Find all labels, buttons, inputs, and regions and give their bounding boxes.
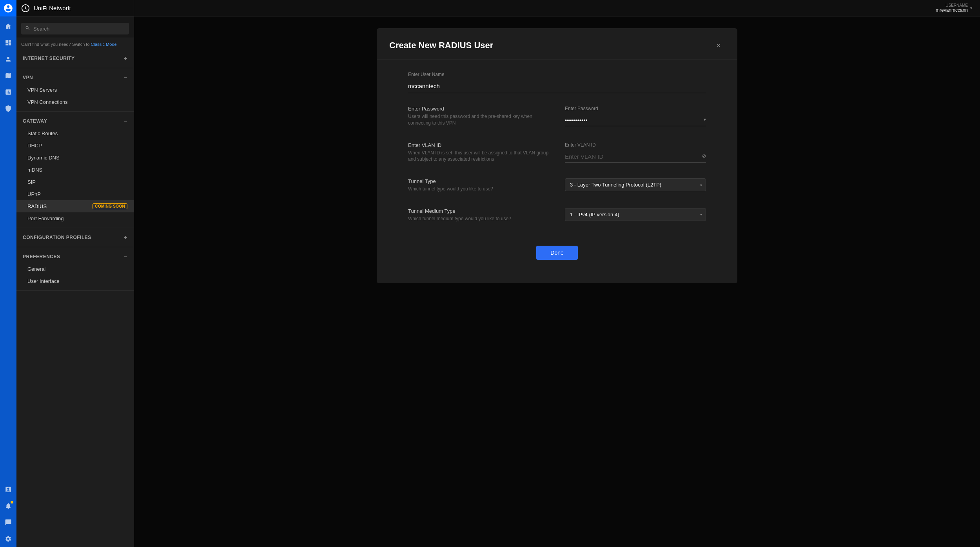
user-area[interactable]: USERNAME mrevanmccann ▾: [936, 3, 972, 13]
password-toggle-icon[interactable]: ▾: [704, 117, 706, 122]
sidebar-item-vpn-servers[interactable]: VPN Servers: [16, 84, 134, 96]
section-gateway: GATEWAY − Static Routes DHCP Dynamic DNS…: [16, 112, 134, 228]
form-row-vlan: Enter VLAN ID When VLAN ID is set, this …: [408, 142, 706, 166]
form-row-password: Enter Password Users will need this pass…: [408, 106, 706, 130]
tunnel-type-left-col: Tunnel Type Which tunnel type would you …: [408, 178, 549, 196]
rail-icon-home[interactable]: [0, 18, 16, 34]
tunnel-medium-left-col: Tunnel Medium Type Which tunnel medium t…: [408, 208, 549, 225]
modal-title: Create New RADIUS User: [389, 40, 493, 51]
section-toggle-internet-security: +: [124, 55, 127, 62]
password-input[interactable]: [565, 114, 706, 126]
top-header: USERNAME mrevanmccann ▾: [134, 0, 980, 16]
vlan-input[interactable]: [565, 151, 706, 163]
vlan-field-hint: When VLAN ID is set, this user will be a…: [408, 150, 549, 163]
tunnel-type-hint: Which tunnel type would you like to use?: [408, 186, 549, 192]
logo-button[interactable]: [0, 0, 16, 16]
password-left-col: Enter Password Users will need this pass…: [408, 106, 549, 130]
tunnel-type-select-wrapper: 3 - Layer Two Tunneling Protocol (L2TP) …: [565, 178, 706, 191]
tunnel-type-right-col: 3 - Layer Two Tunneling Protocol (L2TP) …: [565, 178, 706, 196]
modal-body: Enter User Name Enter Password Users wil…: [377, 60, 737, 283]
section-config-profiles: CONFIGURATION PROFILES +: [16, 228, 134, 247]
done-button[interactable]: Done: [536, 246, 577, 260]
password-field-hint: Users will need this password and the pr…: [408, 113, 549, 127]
password-wrapper: ▾: [565, 114, 706, 126]
vlan-field-label-main: Enter VLAN ID: [408, 142, 549, 148]
search-icon: [25, 25, 30, 32]
section-header-config-profiles[interactable]: CONFIGURATION PROFILES +: [16, 231, 134, 244]
form-row-tunnel-medium-type: Tunnel Medium Type Which tunnel medium t…: [408, 208, 706, 225]
tunnel-medium-label-main: Tunnel Medium Type: [408, 208, 549, 214]
tunnel-medium-hint: Which tunnel medium type would you like …: [408, 216, 549, 222]
username-label: USERNAME: [946, 3, 968, 7]
search-box[interactable]: [21, 23, 129, 34]
rail-icon-notifications[interactable]: [0, 498, 16, 514]
tunnel-medium-select[interactable]: 1 - IPv4 (IP version 4): [565, 208, 706, 221]
search-input[interactable]: [33, 26, 125, 32]
section-vpn: VPN − VPN Servers VPN Connections: [16, 68, 134, 112]
sidebar-topbar: [16, 16, 134, 38]
username-field-label: Enter User Name: [408, 72, 706, 77]
coming-soon-badge: COMING SOON: [93, 203, 127, 209]
tunnel-type-select[interactable]: 3 - Layer Two Tunneling Protocol (L2TP): [565, 178, 706, 191]
tunnel-medium-right-col: 1 - IPv4 (IP version 4) ▾: [565, 208, 706, 225]
rail-icon-settings[interactable]: [0, 531, 16, 547]
sidebar-item-user-interface[interactable]: User Interface: [16, 275, 134, 287]
password-field-label-main: Enter Password: [408, 106, 549, 112]
section-toggle-preferences: −: [124, 254, 127, 260]
sidebar-app-title: UniFi Network: [34, 5, 71, 11]
user-chevron: ▾: [970, 6, 972, 10]
vlan-right-col: Enter VLAN ID ⊘: [565, 142, 706, 166]
main-content: USERNAME mrevanmccann ▾ Create New RADIU…: [134, 0, 980, 547]
rail-icon-add[interactable]: [0, 481, 16, 498]
section-toggle-config-profiles: +: [124, 234, 127, 241]
tunnel-medium-select-wrapper: 1 - IPv4 (IP version 4) ▾: [565, 208, 706, 221]
sidebar-unifi-logo: [21, 4, 30, 13]
sidebar-item-dynamic-dns[interactable]: Dynamic DNS: [16, 152, 134, 164]
username: mrevanmccann: [936, 7, 968, 13]
section-toggle-gateway: −: [124, 118, 127, 124]
sidebar-item-sip[interactable]: SIP: [16, 176, 134, 188]
modal-create-radius-user: Create New RADIUS User × Enter User Name…: [377, 28, 737, 283]
password-input-label: Enter Password: [565, 106, 706, 111]
form-group-username: Enter User Name: [408, 72, 706, 93]
section-header-gateway[interactable]: GATEWAY −: [16, 115, 134, 127]
section-preferences: PREFERENCES − General User Interface: [16, 247, 134, 291]
section-toggle-vpn: −: [124, 74, 127, 81]
form-row-tunnel-type: Tunnel Type Which tunnel type would you …: [408, 178, 706, 196]
sidebar: UniFi Network Can't find what you need? …: [16, 0, 134, 547]
sidebar-item-general[interactable]: General: [16, 263, 134, 275]
rail-icon-map[interactable]: [0, 67, 16, 84]
done-btn-area: Done: [408, 238, 706, 272]
password-right-col: Enter Password ▾: [565, 106, 706, 130]
sidebar-item-dhcp[interactable]: DHCP: [16, 139, 134, 152]
rail-icon-clients[interactable]: [0, 51, 16, 67]
sidebar-item-mdns[interactable]: mDNS: [16, 164, 134, 176]
sidebar-item-vpn-connections[interactable]: VPN Connections: [16, 96, 134, 108]
classic-mode-link[interactable]: Classic Mode: [91, 42, 117, 47]
sidebar-item-radius[interactable]: RADIUS COMING SOON: [16, 200, 134, 212]
username-input[interactable]: [408, 80, 706, 92]
rail-icon-security[interactable]: [0, 100, 16, 117]
sidebar-item-port-forwarding[interactable]: Port Forwarding: [16, 212, 134, 225]
section-header-preferences[interactable]: PREFERENCES −: [16, 250, 134, 263]
vlan-left-col: Enter VLAN ID When VLAN ID is set, this …: [408, 142, 549, 166]
sidebar-item-upnp[interactable]: UPnP: [16, 188, 134, 200]
modal-overlay: Create New RADIUS User × Enter User Name…: [134, 16, 980, 547]
vlan-wrapper: ⊘: [565, 151, 706, 163]
section-header-vpn[interactable]: VPN −: [16, 71, 134, 84]
modal-header: Create New RADIUS User ×: [377, 28, 737, 60]
rail-icon-stats[interactable]: [0, 84, 16, 100]
vlan-input-label: Enter VLAN ID: [565, 142, 706, 148]
tunnel-type-label-main: Tunnel Type: [408, 178, 549, 184]
rail-icon-dashboard[interactable]: [0, 34, 16, 51]
rail-icon-messages[interactable]: [0, 514, 16, 531]
vlan-clear-icon[interactable]: ⊘: [702, 153, 706, 159]
icon-rail: [0, 0, 16, 547]
classic-mode-hint: Can't find what you need? Switch to Clas…: [16, 38, 134, 49]
sidebar-item-static-routes[interactable]: Static Routes: [16, 127, 134, 139]
section-internet-security: INTERNET SECURITY +: [16, 49, 134, 68]
section-header-internet-security[interactable]: INTERNET SECURITY +: [16, 52, 134, 65]
modal-close-button[interactable]: ×: [712, 39, 725, 52]
